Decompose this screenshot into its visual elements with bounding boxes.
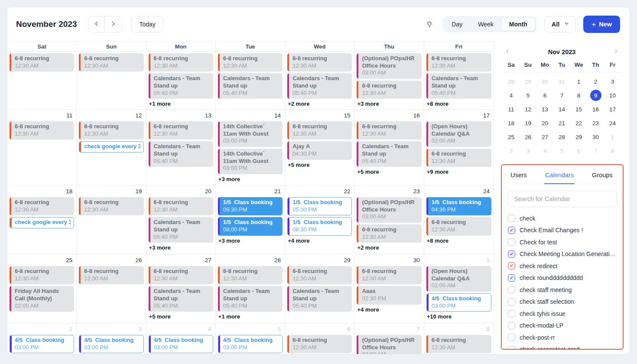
- more-events-link[interactable]: +8 more: [427, 101, 491, 107]
- tab-users[interactable]: Users: [510, 170, 528, 184]
- more-events-link[interactable]: +3 more: [218, 237, 282, 244]
- day-cell[interactable]: 296-8 recurring12:30 AMCalendars - Team …: [285, 254, 354, 323]
- day-cell[interactable]: 206-8 recurring12:30 AMCalendars - Team …: [146, 185, 216, 254]
- mini-day[interactable]: 29: [570, 130, 587, 144]
- event[interactable]: 6-8 recurring12:30 AM: [149, 197, 213, 215]
- event[interactable]: check google every 3 ...: [10, 217, 74, 228]
- mini-day[interactable]: 8: [570, 88, 587, 102]
- mini-day[interactable]: 6: [570, 144, 587, 158]
- mini-day[interactable]: 6: [536, 88, 553, 102]
- mini-day[interactable]: 31: [553, 75, 570, 88]
- event[interactable]: 4/5 Class booking03:00 PM: [79, 335, 143, 353]
- event[interactable]: 6-8 recurring12:30 AM: [357, 81, 421, 99]
- new-event-button[interactable]: + New: [583, 16, 620, 33]
- day-cell[interactable]: 166-8 recurring12:30 AMCalendars - Team …: [354, 110, 424, 185]
- day-cell[interactable]: 54/5 Class booking03:00 PM: [216, 323, 285, 354]
- checkbox-icon[interactable]: ✓: [508, 250, 515, 258]
- mini-prev-button[interactable]: [504, 47, 512, 57]
- day-cell[interactable]: 136-8 recurring12:30 AMCalendars - Team …: [146, 110, 216, 185]
- tab-groups[interactable]: Groups: [591, 170, 614, 184]
- more-events-link[interactable]: +4 more: [357, 306, 421, 313]
- event[interactable]: Calendars - Team Stand up05:40 PM: [426, 73, 491, 99]
- mini-day[interactable]: 27: [536, 130, 553, 144]
- more-events-link[interactable]: +5 more: [288, 162, 351, 168]
- more-events-link[interactable]: +1 more: [149, 101, 213, 107]
- mini-day[interactable]: 20: [536, 116, 553, 130]
- event[interactable]: 6-8 recurring12:30 AM: [287, 53, 352, 72]
- day-cell[interactable]: 266-8 recurring12:30 AM: [77, 254, 146, 323]
- event[interactable]: 6-8 recurring12:30 AM: [218, 266, 283, 284]
- event[interactable]: 14th Collective` 11am With Guest03:00 PM: [218, 121, 283, 147]
- event[interactable]: 6-8 recurring12:30 AM: [79, 53, 143, 72]
- day-cell[interactable]: 6-8 recurring12:30 AMCalendars - Team St…: [146, 52, 216, 109]
- checkbox-icon[interactable]: [508, 214, 515, 222]
- checkbox-icon[interactable]: [508, 238, 515, 246]
- event[interactable]: 6-8 recurring12:30 AM: [357, 266, 421, 284]
- event[interactable]: 1/5 Class booking05:30 PM: [218, 197, 283, 215]
- day-cell[interactable]: 1(Open Hours) Calendar Q&A02:00 AM4/5 Cl…: [424, 254, 494, 323]
- calendar-filter-item[interactable]: check-post-rr: [508, 332, 617, 344]
- day-cell[interactable]: 44/5 Class booking03:00 PM: [146, 323, 216, 354]
- day-cell[interactable]: 34/5 Class booking03:00 PM: [77, 323, 146, 354]
- checkbox-icon[interactable]: ✓: [508, 227, 515, 234]
- mini-day[interactable]: 12: [520, 102, 536, 116]
- event[interactable]: 4/5 Class booking03:00 PM: [426, 293, 491, 312]
- mini-day[interactable]: 21: [553, 116, 570, 130]
- event[interactable]: Calendars - Team Stand up05:40 PM: [287, 73, 352, 99]
- mini-day[interactable]: 7: [553, 88, 570, 102]
- checkbox-icon[interactable]: [508, 346, 515, 350]
- event[interactable]: 6-8 recurring12:30 AM: [357, 121, 421, 140]
- event[interactable]: Aaas02:30 PM: [357, 286, 421, 304]
- event[interactable]: 6-8 recurring12:30 AM: [426, 335, 491, 353]
- mini-day[interactable]: 16: [587, 102, 604, 116]
- day-cell[interactable]: 6-8 recurring12:30 AM: [7, 52, 77, 109]
- day-cell[interactable]: 24/5 Class booking03:00 PM: [7, 323, 77, 354]
- event[interactable]: 6-8 recurring12:30 AM: [79, 121, 143, 140]
- checkbox-icon[interactable]: [508, 286, 515, 293]
- mini-day[interactable]: 10: [604, 88, 621, 102]
- tab-calendars[interactable]: Calendars: [544, 170, 575, 184]
- mini-day[interactable]: 4: [503, 88, 520, 102]
- mini-day[interactable]: 13: [536, 102, 553, 116]
- calendar-filter-item[interactable]: check staff selection: [508, 296, 617, 308]
- calendar-filter-dropdown[interactable]: All: [544, 16, 576, 32]
- event[interactable]: 6-8 recurring12:30 AM: [79, 266, 143, 284]
- mini-day[interactable]: 3: [520, 144, 536, 158]
- event[interactable]: 4/5 Class booking03:00 PM: [149, 335, 213, 353]
- mini-day[interactable]: 25: [503, 130, 520, 144]
- event[interactable]: 6-8 recurring12:30 AM: [426, 53, 491, 72]
- event[interactable]: 6-8 recurring12:30 AM: [10, 121, 74, 140]
- mini-day[interactable]: 15: [570, 102, 587, 116]
- event[interactable]: Calendars - Team Stand up05:40 PM: [149, 217, 213, 243]
- more-events-link[interactable]: +10 more: [427, 313, 491, 320]
- more-events-link[interactable]: +3 more: [218, 176, 282, 182]
- day-cell[interactable]: 241/5 Class booking04:30 PM6-8 recurring…: [424, 185, 494, 254]
- event[interactable]: Friday All Hands Call (Monthly)02:00 AM: [10, 286, 74, 312]
- event[interactable]: 6-8 recurring12:30 AM: [287, 266, 352, 284]
- day-cell[interactable]: 256-8 recurring12:30 AMFriday All Hands …: [7, 254, 77, 323]
- event[interactable]: 6-8 recurring12:30 AM: [218, 53, 283, 72]
- mini-day[interactable]: 30: [536, 75, 553, 88]
- day-cell[interactable]: 286-8 recurring12:30 AMCalendars - Team …: [216, 254, 285, 323]
- event[interactable]: 6-8 recurring12:30 AM: [149, 121, 213, 140]
- event[interactable]: 1/5 Class booking04:30 PM: [426, 197, 491, 215]
- event[interactable]: 6-8 recurring12:30 AM: [287, 335, 352, 353]
- event[interactable]: 6-8 recurring12:30 AM: [149, 53, 213, 72]
- event[interactable]: (Open Hours) Calendar Q&A02:00 AM: [426, 121, 491, 147]
- day-cell[interactable]: 6-8 recurring12:30 AM: [77, 52, 146, 109]
- more-events-link[interactable]: +5 more: [357, 169, 421, 175]
- mini-day[interactable]: 2: [503, 144, 520, 158]
- more-events-link[interactable]: +3 more: [149, 244, 213, 251]
- event[interactable]: Calendars - Team Stand up05:40 PM: [218, 73, 283, 99]
- view-tab-month[interactable]: Month: [501, 17, 535, 31]
- mini-day[interactable]: 23: [587, 116, 604, 130]
- more-events-link[interactable]: +1 more: [218, 313, 282, 320]
- day-cell[interactable]: 186-8 recurring12:30 AMcheck google ever…: [7, 185, 77, 254]
- event[interactable]: 4/5 Class booking03:00 PM: [218, 335, 283, 353]
- mini-day[interactable]: 17: [604, 102, 621, 116]
- more-events-link[interactable]: +8 more: [427, 237, 491, 244]
- calendar-filter-item[interactable]: check: [508, 212, 617, 224]
- day-cell[interactable]: 126-8 recurring12:30 AMcheck google ever…: [77, 110, 146, 185]
- day-cell[interactable]: 221/5 Class booking05:30 PM1/5 Class boo…: [285, 185, 354, 254]
- search-input[interactable]: [508, 191, 617, 207]
